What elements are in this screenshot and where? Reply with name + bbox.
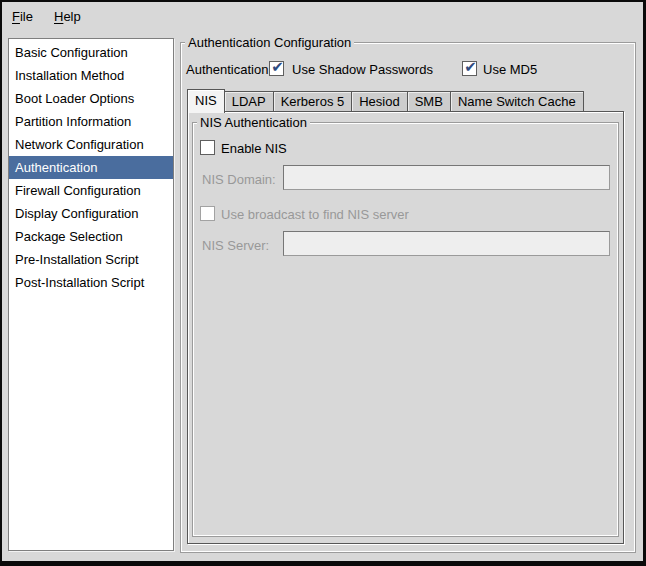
menu-file-mnemonic: F bbox=[12, 9, 20, 24]
menu-help-label: elp bbox=[63, 9, 80, 24]
nis-tab-page: NIS Authentication Enable NIS NIS Domain… bbox=[187, 111, 624, 544]
sidebar-item-post-installation-script[interactable]: Post-Installation Script bbox=[9, 271, 173, 294]
tab-ldap[interactable]: LDAP bbox=[224, 91, 274, 111]
sidebar-item-installation-method[interactable]: Installation Method bbox=[9, 64, 173, 87]
menu-file[interactable]: File bbox=[6, 2, 39, 32]
menu-help[interactable]: Help bbox=[48, 2, 87, 32]
authentication-label: Authentication: bbox=[186, 62, 272, 77]
enable-nis-label[interactable]: Enable NIS bbox=[221, 141, 287, 156]
sidebar-item-pre-installation-script[interactable]: Pre-Installation Script bbox=[9, 248, 173, 271]
kickstart-configurator-window: File Help Basic Configuration Installati… bbox=[0, 0, 646, 566]
nis-server-input bbox=[283, 231, 610, 256]
sidebar-item-authentication[interactable]: Authentication bbox=[9, 156, 173, 179]
tab-name-switch-cache[interactable]: Name Switch Cache bbox=[450, 91, 584, 111]
checkmark-icon: ✔ bbox=[270, 58, 285, 75]
checkmark-icon: ✔ bbox=[463, 58, 478, 75]
use-md5-checkbox[interactable]: ✔ bbox=[462, 61, 477, 76]
sidebar-item-firewall-configuration[interactable]: Firewall Configuration bbox=[9, 179, 173, 202]
tab-nis[interactable]: NIS bbox=[187, 89, 225, 113]
sidebar-item-network-configuration[interactable]: Network Configuration bbox=[9, 133, 173, 156]
menu-file-label: ile bbox=[20, 9, 33, 24]
sidebar-item-partition-information[interactable]: Partition Information bbox=[9, 110, 173, 133]
authentication-configuration-frame: Authentication Configuration Authenticat… bbox=[180, 42, 636, 553]
nis-authentication-frame: NIS Authentication Enable NIS NIS Domain… bbox=[192, 122, 619, 537]
menubar: File Help bbox=[2, 2, 643, 34]
enable-nis-checkbox[interactable] bbox=[200, 140, 215, 155]
sidebar-item-basic-configuration[interactable]: Basic Configuration bbox=[9, 41, 173, 64]
use-broadcast-checkbox bbox=[200, 206, 215, 221]
sidebar-item-display-configuration[interactable]: Display Configuration bbox=[9, 202, 173, 225]
auth-method-tabs: NIS LDAP Kerberos 5 Hesiod SMB Name Swit… bbox=[187, 88, 584, 112]
use-shadow-passwords-label[interactable]: Use Shadow Passwords bbox=[292, 62, 433, 77]
use-broadcast-label: Use broadcast to find NIS server bbox=[221, 207, 409, 222]
use-md5-label[interactable]: Use MD5 bbox=[483, 62, 537, 77]
nis-domain-label: NIS Domain: bbox=[202, 172, 276, 187]
use-shadow-passwords-checkbox[interactable]: ✔ bbox=[269, 61, 284, 76]
nis-server-label: NIS Server: bbox=[202, 238, 269, 253]
tab-kerberos-5[interactable]: Kerberos 5 bbox=[273, 91, 353, 111]
menu-help-mnemonic: H bbox=[54, 9, 63, 24]
authentication-configuration-frame-title: Authentication Configuration bbox=[185, 35, 354, 51]
tab-hesiod[interactable]: Hesiod bbox=[351, 91, 407, 111]
nis-domain-input bbox=[283, 165, 610, 190]
tab-smb[interactable]: SMB bbox=[407, 91, 451, 111]
sidebar-item-package-selection[interactable]: Package Selection bbox=[9, 225, 173, 248]
section-list: Basic Configuration Installation Method … bbox=[8, 38, 174, 551]
sidebar-item-boot-loader-options[interactable]: Boot Loader Options bbox=[9, 87, 173, 110]
nis-authentication-frame-title: NIS Authentication bbox=[197, 115, 310, 131]
